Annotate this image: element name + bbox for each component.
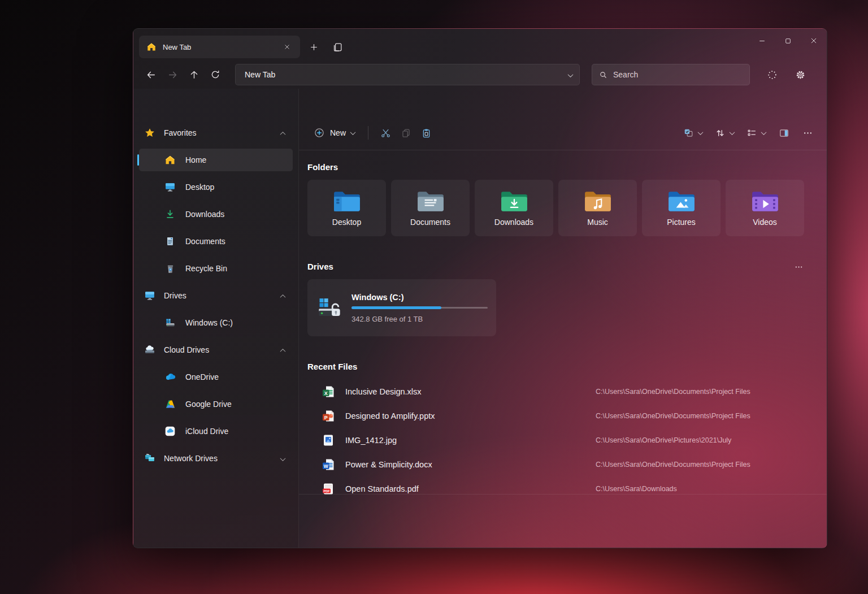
search-icon [599,71,607,79]
onedrive-icon [164,371,176,383]
folder-tile-desktop[interactable]: Desktop [307,180,386,236]
sidebar-item-windows-c[interactable]: Windows (C:) [139,311,293,334]
tab-close-icon[interactable] [280,40,294,54]
select-button[interactable] [679,123,707,143]
drives-more-button[interactable] [795,263,803,271]
copy-button[interactable] [396,123,416,143]
address-bar[interactable]: New Tab [235,64,580,85]
drive-name: Windows (C:) [351,293,488,302]
new-button[interactable]: New [307,123,361,143]
up-button[interactable] [184,65,203,84]
tab-title: New Tab [163,43,274,51]
selection-accent-pill [137,154,139,166]
file-name: IMG_1412.jpg [345,436,596,445]
home-icon [164,154,176,166]
view-button[interactable] [742,123,770,143]
more-options-button[interactable] [797,123,818,143]
sidebar-section-network-drives[interactable]: Network Drives [139,447,293,470]
cloud-drive-icon [144,344,156,356]
desktop-icon [164,181,176,193]
folder-tile-documents[interactable]: Documents [391,180,470,236]
chevron-down-icon[interactable] [281,454,285,463]
sidebar-item-recycle-bin[interactable]: Recycle Bin [139,257,293,280]
chevron-down-icon [761,129,767,135]
chevron-down-icon [730,129,735,135]
address-dropdown-chevron-icon[interactable] [568,70,572,80]
item-label: OneDrive [185,372,285,381]
minimize-button[interactable] [749,29,775,53]
search-input[interactable] [613,70,743,79]
search-box[interactable] [592,64,750,85]
cut-button[interactable] [375,123,396,143]
downloads-icon [164,208,176,220]
sidebar-section-drives[interactable]: Drives [139,284,293,307]
sidebar-item-home[interactable]: Home [139,149,293,171]
back-button[interactable] [141,65,160,84]
sort-button[interactable] [710,123,739,143]
loading-spinner-icon [762,65,782,84]
navigation-bar: New Tab [133,60,827,89]
address-text: New Tab [245,70,568,79]
file-row[interactable]: IMG_1412.jpg C:\Users\Sara\OneDrive\Pict… [307,428,818,452]
sidebar-item-documents[interactable]: Documents [139,230,293,253]
item-label: Recycle Bin [185,264,285,273]
sidebar-item-downloads[interactable]: Downloads [139,203,293,226]
sidebar-item-onedrive[interactable]: OneDrive [139,366,293,388]
status-bar-divider [299,494,827,495]
downloads-folder-icon [500,189,528,213]
excel-file-icon: X [322,385,335,398]
recycle-bin-icon [164,262,176,275]
tab-list-icon[interactable] [327,37,348,57]
sidebar-item-google-drive[interactable]: Google Drive [139,393,293,415]
details-pane-button[interactable] [774,123,794,143]
forward-button[interactable] [163,65,182,84]
file-name: Inclusive Design.xlsx [345,387,596,396]
chevron-up-icon[interactable] [281,128,285,137]
refresh-button[interactable] [206,65,225,84]
drive-card-windows-c[interactable]: Windows (C:) 342.8 GB free of 1 TB [307,279,496,336]
drive-usage-bar [351,307,488,309]
powerpoint-file-icon: P [322,409,335,423]
item-label: Home [185,155,285,164]
folder-tile-music[interactable]: Music [558,180,637,236]
section-label: Drives [164,291,276,300]
close-window-button[interactable] [801,29,827,53]
chevron-up-icon[interactable] [281,345,285,354]
tile-label: Documents [410,218,450,227]
file-name: Power & Simplicity.docx [345,460,596,469]
home-sections: Folders Desktop Documents [299,150,827,548]
file-row[interactable]: W Power & Simplicity.docx C:\Users\Sara\… [307,452,818,476]
sidebar-item-desktop[interactable]: Desktop [139,176,293,198]
tab-new-tab[interactable]: New Tab [139,36,300,58]
item-label: Google Drive [185,400,285,409]
folders-grid: Desktop Documents Downloads [307,180,818,236]
home-icon [146,42,157,52]
tab-bar: New Tab [133,29,827,60]
settings-gear-icon[interactable] [791,65,810,84]
paste-button[interactable] [416,123,436,143]
folders-heading: Folders [307,162,818,173]
new-button-label: New [330,128,346,137]
item-label: Documents [185,237,285,246]
file-name: Designed to Amplify.pptx [345,411,596,420]
file-row[interactable]: X Inclusive Design.xlsx C:\Users\Sara\On… [307,379,818,404]
item-label: Windows (C:) [185,318,285,327]
network-drives-icon [144,452,156,465]
svg-text:X: X [324,390,328,396]
folder-tile-videos[interactable]: Videos [726,180,804,236]
folder-tile-pictures[interactable]: Pictures [642,180,721,236]
new-tab-button[interactable] [303,37,324,57]
sidebar-section-favorites[interactable]: Favorites [139,122,293,144]
pictures-folder-icon [667,189,696,213]
folder-tile-downloads[interactable]: Downloads [475,180,553,236]
file-row[interactable]: PDF Open Standards.pdf C:\Users\Sara\Dow… [307,476,818,501]
sidebar-item-icloud-drive[interactable]: iCloud Drive [139,420,293,443]
music-folder-icon [584,189,612,213]
main-content: New [299,89,827,548]
maximize-button[interactable] [775,29,801,53]
sidebar-section-cloud-drives[interactable]: Cloud Drives [139,339,293,361]
file-row[interactable]: P Designed to Amplify.pptx C:\Users\Sara… [307,404,818,428]
chevron-down-icon [698,129,704,135]
image-file-icon [322,433,335,447]
chevron-up-icon[interactable] [281,291,285,300]
